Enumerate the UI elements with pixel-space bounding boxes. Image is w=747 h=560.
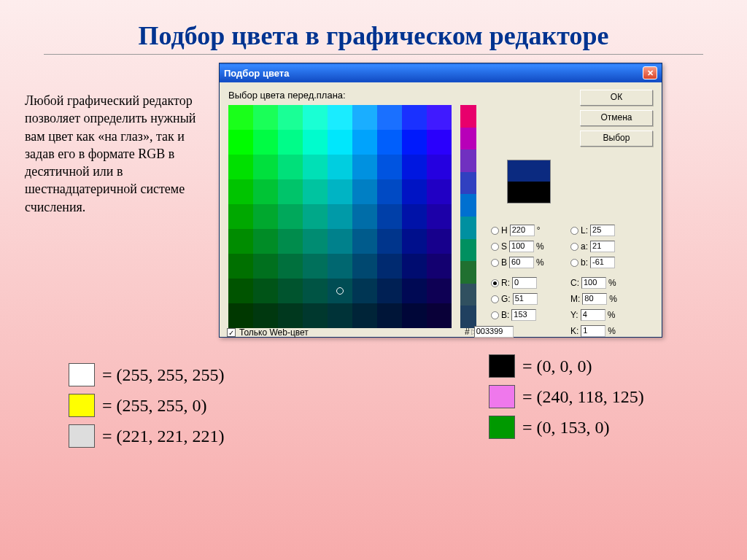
grid-cell[interactable] [278,130,303,155]
grid-cell[interactable] [352,204,377,229]
titlebar[interactable]: Подбор цвета ✕ [220,63,662,82]
k-field[interactable]: 1 [581,325,605,337]
grid-cell[interactable] [328,303,352,328]
grid-cell[interactable] [328,204,352,229]
grid-cell[interactable] [278,229,303,254]
l-field[interactable]: 25 [590,225,615,236]
grid-cell[interactable] [278,155,303,179]
grid-cell[interactable] [228,303,253,328]
grid-cell[interactable] [328,130,352,155]
grid-cell[interactable] [228,179,253,204]
labb-field[interactable]: -61 [590,257,615,268]
y-field[interactable]: 4 [581,309,605,321]
h-field[interactable]: 220 [510,225,535,236]
hue-cell[interactable] [460,105,476,128]
cancel-button[interactable]: Отмена [580,110,653,126]
radio-l[interactable] [570,227,578,235]
grid-cell[interactable] [303,130,328,155]
hue-cell[interactable] [460,217,476,239]
hue-cell[interactable] [460,284,476,306]
grid-cell[interactable] [377,279,402,303]
bri-field[interactable]: 60 [509,257,534,268]
grid-cell[interactable] [402,155,427,179]
grid-cell[interactable] [377,229,402,254]
grid-cell[interactable] [427,254,452,279]
grid-cell[interactable] [377,254,402,279]
grid-cell[interactable] [303,204,328,229]
s-field[interactable]: 100 [509,241,534,252]
grid-cell[interactable] [278,303,303,328]
grid-cell[interactable] [253,254,278,279]
grid-cell[interactable] [278,254,303,279]
grid-cell[interactable] [303,179,328,204]
hue-cell[interactable] [460,172,476,195]
hue-cell[interactable] [460,149,476,172]
grid-cell[interactable] [253,229,278,254]
grid-cell[interactable] [402,279,427,303]
grid-cell[interactable] [278,179,303,204]
hue-cell[interactable] [460,194,476,217]
radio-b[interactable] [491,259,499,267]
radio-h[interactable] [491,227,499,235]
grid-cell[interactable] [328,254,352,279]
grid-cell[interactable] [228,105,253,130]
grid-cell[interactable] [402,204,427,229]
grid-cell[interactable] [303,279,328,303]
radio-r[interactable] [491,279,499,287]
grid-cell[interactable] [352,155,377,179]
radio-s[interactable] [491,243,499,251]
grid-cell[interactable] [377,179,402,204]
grid-cell[interactable] [253,105,278,130]
grid-cell[interactable] [352,254,377,279]
grid-cell[interactable] [352,229,377,254]
hex-field[interactable]: 003399 [474,326,514,338]
grid-cell[interactable] [328,179,352,204]
grid-cell[interactable] [427,155,452,179]
grid-cell[interactable] [303,254,328,279]
select-button[interactable]: Выбор [580,131,653,147]
grid-cell[interactable] [303,105,328,130]
grid-cell[interactable] [228,204,253,229]
grid-cell[interactable] [328,279,352,303]
g-field[interactable]: 51 [513,293,538,305]
grid-cell[interactable] [328,105,352,130]
c-field[interactable]: 100 [581,277,606,289]
web-only-checkbox[interactable]: ✓ [227,328,236,337]
grid-cell[interactable] [402,179,427,204]
grid-cell[interactable] [253,179,278,204]
grid-cell[interactable] [253,279,278,303]
grid-cell[interactable] [402,130,427,155]
grid-cell[interactable] [352,105,377,130]
grid-cell[interactable] [427,279,452,303]
grid-cell[interactable] [228,229,253,254]
hue-strip[interactable] [460,105,476,328]
a-field[interactable]: 21 [590,241,615,252]
grid-cell[interactable] [303,303,328,328]
grid-cell[interactable] [427,179,452,204]
grid-cell[interactable] [352,130,377,155]
radio-bv[interactable] [491,311,499,319]
grid-cell[interactable] [402,229,427,254]
grid-cell[interactable] [377,130,402,155]
hue-cell[interactable] [460,306,476,328]
ok-button[interactable]: ОК [580,90,653,106]
grid-cell[interactable] [402,254,427,279]
color-grid[interactable] [228,105,452,328]
hue-cell[interactable] [460,239,476,262]
grid-cell[interactable] [228,254,253,279]
grid-cell[interactable] [427,229,452,254]
radio-g[interactable] [491,295,499,303]
grid-cell[interactable] [402,105,427,130]
radio-a[interactable] [570,243,578,251]
grid-cell[interactable] [427,204,452,229]
grid-cell[interactable] [328,229,352,254]
grid-cell[interactable] [228,155,253,179]
bval-field[interactable]: 153 [511,309,536,321]
grid-cell[interactable] [303,155,328,179]
grid-cell[interactable] [228,130,253,155]
grid-cell[interactable] [427,130,452,155]
hue-cell[interactable] [460,128,476,150]
grid-cell[interactable] [377,303,402,328]
m-field[interactable]: 80 [582,293,607,305]
grid-cell[interactable] [352,179,377,204]
